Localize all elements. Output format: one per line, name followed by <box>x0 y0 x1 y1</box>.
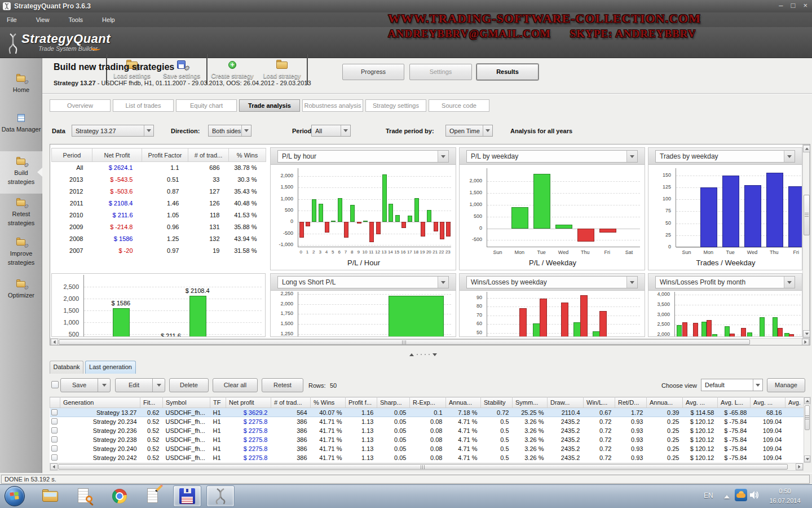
direction-select[interactable]: Both sides <box>208 125 251 137</box>
column-header[interactable]: Avg. ... <box>683 397 718 408</box>
scrollbar-thumb[interactable] <box>805 405 810 430</box>
delete-button[interactable]: Delete <box>169 378 209 392</box>
chrome-icon[interactable] <box>111 488 128 505</box>
chart-type-select[interactable]: Wins/Losses Profit by month <box>655 276 795 288</box>
column-header[interactable]: TF <box>210 397 226 408</box>
chart-type-select[interactable]: Wins/Losses by weekday <box>466 276 638 288</box>
column-header[interactable]: Avg. L... <box>718 397 751 408</box>
table-row[interactable]: Strategy 20.2420.52USDCHF_fh...H1$ 2275.… <box>50 453 804 462</box>
select-all-checkbox[interactable] <box>51 381 59 388</box>
menu-view[interactable]: View <box>34 15 52 24</box>
notepad-icon[interactable] <box>146 488 163 505</box>
chevron-down-icon[interactable] <box>98 379 110 392</box>
file-explorer-icon[interactable] <box>42 488 59 505</box>
tab-databank[interactable]: Databank <box>50 361 83 374</box>
clear-all-button[interactable]: Clear all <box>213 378 258 392</box>
volume-icon[interactable] <box>749 491 760 500</box>
tab-strategy-settings[interactable]: Strategy settings <box>365 99 426 112</box>
row-checkbox[interactable] <box>51 436 58 443</box>
scroll-down-icon[interactable] <box>804 456 810 462</box>
tab-trade-analysis[interactable]: Trade analysis <box>239 99 300 112</box>
sidebar-item-data-manager[interactable]: Data Manager <box>0 108 42 141</box>
column-header[interactable]: Symm... <box>513 397 548 408</box>
trade-period-select[interactable]: Open Time <box>445 125 493 137</box>
table-row[interactable]: Strategy 20.2380.52USDCHF_fh...H1$ 2275.… <box>50 435 804 444</box>
sidebar-item-build-strategies[interactable]: ⚙Build strategies <box>0 151 42 194</box>
header-button-settings[interactable]: Settings <box>409 64 472 80</box>
scroll-up-icon[interactable] <box>804 397 810 404</box>
save-button[interactable]: Save <box>60 378 111 392</box>
row-checkbox[interactable] <box>51 409 58 415</box>
column-header[interactable]: Sharp... <box>377 397 410 408</box>
chart-type-select[interactable]: Long vs Short P/L <box>277 276 449 288</box>
row-checkbox[interactable] <box>51 418 58 424</box>
column-header[interactable]: Profit f... <box>346 397 377 408</box>
column-header[interactable]: R-Exp... <box>410 397 446 408</box>
tab-overview[interactable]: Overview <box>50 99 111 112</box>
menu-tools[interactable]: Tools <box>66 15 85 24</box>
period-select[interactable]: All <box>311 125 351 137</box>
chart-type-select[interactable]: Trades by weekday <box>655 150 795 163</box>
charts-horizontal-scrollbar[interactable] <box>50 338 810 345</box>
chart-type-select[interactable]: P/L by hour <box>277 150 449 163</box>
language-indicator[interactable]: EN <box>704 492 713 500</box>
tab-equity-chart[interactable]: Equity chart <box>176 99 237 112</box>
close-button[interactable]: × <box>803 1 807 10</box>
menu-help[interactable]: Help <box>100 15 117 24</box>
start-button[interactable] <box>5 486 25 506</box>
maximize-button[interactable]: □ <box>791 1 796 10</box>
search-icon[interactable] <box>76 488 92 505</box>
table-row[interactable]: Strategy 20.2340.52USDCHF_fh...H1$ 2275.… <box>50 417 804 426</box>
column-header[interactable]: Net profit <box>226 397 271 408</box>
sidebar-item-retest-strategies[interactable]: ⚙Retest strategies <box>0 192 42 235</box>
column-header[interactable]: % Wins <box>311 397 346 408</box>
charts-vertical-scrollbar[interactable] <box>802 144 810 338</box>
column-header[interactable]: Fit... <box>140 397 163 408</box>
data-select[interactable]: Strategy 13.27 <box>72 125 154 137</box>
scrollbar-thumb[interactable] <box>804 195 810 235</box>
sidebar-item-home[interactable]: ⚙Home <box>0 68 42 102</box>
table-row[interactable]: Strategy 20.2400.52USDCHF_fh...H1$ 2275.… <box>50 444 804 453</box>
retest-button[interactable]: Retest <box>262 378 303 392</box>
table-row[interactable]: Strategy 20.2360.52USDCHF_fh...H1$ 2275.… <box>50 426 804 435</box>
table-horizontal-scrollbar[interactable] <box>50 463 804 471</box>
clock[interactable]: 0:50 16.07.2014 <box>762 487 807 505</box>
view-select[interactable]: Default <box>701 379 763 391</box>
column-header[interactable]: Win/L... <box>584 397 615 408</box>
scroll-left-icon[interactable] <box>50 463 58 470</box>
column-header[interactable]: Generation <box>60 397 140 408</box>
header-button-progress[interactable]: Progress <box>342 64 404 80</box>
scrollbar-thumb[interactable] <box>58 464 788 470</box>
sidebar-item-optimizer[interactable]: ⚙Optimizer <box>0 274 42 307</box>
tab-robustness-analysis[interactable]: Robustness analysis <box>302 99 363 112</box>
table-vertical-scrollbar[interactable] <box>804 397 811 463</box>
column-header[interactable]: Avg. <box>785 397 804 408</box>
chart-type-select[interactable]: P/L by weekday <box>466 150 638 163</box>
column-header[interactable]: Ret/D... <box>615 397 647 408</box>
tab-last-generation[interactable]: Last generation <box>85 361 136 374</box>
scrollbar-thumb[interactable] <box>59 339 750 345</box>
scroll-down-icon[interactable] <box>803 330 810 338</box>
taskbar-strategyquant-button[interactable] <box>206 485 235 507</box>
row-checkbox[interactable] <box>51 445 58 452</box>
header-button-results[interactable]: Results <box>476 64 539 80</box>
tab-source-code[interactable]: Source code <box>429 99 489 112</box>
chevron-down-icon[interactable] <box>152 379 165 392</box>
column-header[interactable]: Draw... <box>548 397 584 408</box>
scroll-up-icon[interactable] <box>803 145 810 152</box>
show-hidden-icons[interactable] <box>724 495 730 498</box>
table-row[interactable]: Strategy 13.270.62USDCHF_fh...H1$ 3629.2… <box>50 408 804 417</box>
column-header[interactable]: Symbol <box>163 397 210 408</box>
edit-button[interactable]: Edit <box>115 378 165 392</box>
weather-tray-icon[interactable] <box>735 489 747 501</box>
tab-list-of-trades[interactable]: List of trades <box>113 99 174 112</box>
column-header[interactable]: Annua... <box>446 397 481 408</box>
menu-file[interactable]: File <box>5 15 19 24</box>
scroll-right-icon[interactable] <box>802 339 809 345</box>
row-checkbox[interactable] <box>51 454 58 461</box>
row-checkbox[interactable] <box>51 427 58 433</box>
panel-collapse-control[interactable] <box>389 351 457 358</box>
sidebar-item-improve-strategies[interactable]: ⚙Improve strategies <box>0 232 42 274</box>
scroll-right-icon[interactable] <box>796 463 803 470</box>
column-header[interactable]: # of trad... <box>271 397 311 408</box>
